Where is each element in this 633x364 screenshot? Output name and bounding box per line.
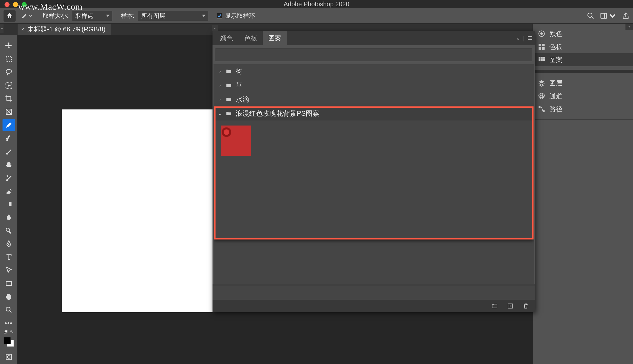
healing-brush-tool[interactable] — [3, 132, 15, 144]
svg-point-15 — [6, 307, 10, 311]
checkbox-icon — [217, 13, 222, 19]
patterns-panel-tabs: 颜色 色板 图案 » | — [213, 31, 535, 45]
history-brush-tool[interactable] — [3, 172, 15, 184]
pattern-folder-tree[interactable]: › 树 — [214, 64, 534, 78]
panel-menu-icon[interactable] — [527, 35, 533, 41]
patterns-panel-footer — [213, 300, 535, 312]
svg-rect-30 — [539, 59, 540, 61]
color-wheel-icon — [538, 30, 545, 37]
app-title: Adobe Photoshop 2020 — [284, 1, 349, 8]
svg-rect-10 — [6, 202, 9, 206]
svg-rect-25 — [539, 47, 541, 50]
tab-color[interactable]: 颜色 — [215, 31, 239, 45]
pattern-size-slider[interactable] — [213, 286, 535, 300]
workspace-switcher[interactable] — [600, 12, 616, 20]
pattern-thumbnails — [214, 120, 534, 161]
type-tool[interactable] — [3, 251, 15, 263]
minimize-window-dot[interactable] — [13, 2, 18, 7]
panel-expand-icon[interactable]: » — [517, 35, 519, 41]
patterns-panel: 颜色 色板 图案 » | › 树 › 草 › 水滴 ⌄ 浪漫红色玫瑰花背景PS图… — [213, 31, 535, 312]
home-button[interactable] — [4, 10, 16, 22]
svg-rect-2 — [6, 56, 11, 62]
clone-stamp-tool[interactable] — [3, 158, 15, 171]
pattern-folder-water[interactable]: › 水滴 — [214, 92, 534, 106]
delete-pattern-icon[interactable] — [522, 303, 529, 309]
svg-rect-31 — [541, 59, 543, 61]
rose-pattern-thumbnail[interactable] — [221, 126, 251, 156]
paths-icon — [538, 105, 545, 113]
folder-icon — [226, 68, 232, 75]
tab-patterns[interactable]: 图案 — [263, 31, 287, 45]
panel-patterns[interactable]: 图案 — [533, 53, 633, 66]
rectangle-tool[interactable] — [3, 277, 15, 290]
close-tab-icon[interactable]: × — [21, 26, 24, 33]
svg-point-3 — [6, 70, 11, 74]
folder-icon — [226, 96, 232, 103]
save-to-library-icon[interactable] — [491, 303, 498, 309]
search-icon[interactable] — [587, 12, 594, 20]
folder-icon — [226, 110, 232, 117]
swatch-mini-controls[interactable] — [3, 330, 15, 335]
document-tab[interactable]: × 未标题-1 @ 66.7%(RGB/8) — [18, 24, 111, 35]
svg-rect-26 — [542, 47, 545, 50]
svg-rect-32 — [543, 59, 545, 61]
tab-swatches[interactable]: 色板 — [239, 31, 263, 45]
patterns-icon — [538, 56, 545, 64]
brush-tool[interactable] — [3, 145, 15, 158]
path-selection-tool[interactable] — [3, 264, 15, 276]
toolbar-expand-toggle[interactable]: » — [0, 24, 4, 33]
move-tool[interactable] — [3, 40, 15, 52]
tools-panel: ••• — [0, 35, 18, 364]
share-icon[interactable] — [622, 12, 629, 20]
pen-tool[interactable] — [3, 238, 15, 250]
svg-point-11 — [6, 228, 9, 231]
gradient-tool[interactable] — [3, 198, 15, 210]
svg-rect-36 — [539, 106, 540, 108]
eyedropper-tool[interactable] — [3, 119, 15, 131]
channels-icon — [538, 92, 545, 100]
pattern-search-input[interactable] — [216, 48, 532, 61]
sample-size-select[interactable]: 取样点 — [72, 11, 112, 21]
svg-point-13 — [8, 244, 9, 245]
show-sampling-ring-checkbox[interactable]: 显示取样环 — [217, 12, 255, 20]
svg-point-8 — [6, 139, 7, 139]
pattern-panel-collapse[interactable]: « — [212, 25, 218, 31]
close-window-dot[interactable] — [5, 2, 10, 7]
eraser-tool[interactable] — [3, 185, 15, 197]
rectangular-marquee-tool[interactable] — [3, 53, 15, 65]
panel-channels[interactable]: 通道 — [533, 90, 633, 103]
document-tab-title: 未标题-1 @ 66.7%(RGB/8) — [27, 25, 106, 34]
panel-paths[interactable]: 路径 — [533, 103, 633, 116]
quick-mask-toggle[interactable] — [3, 351, 15, 363]
zoom-tool[interactable] — [3, 304, 15, 316]
swatches-icon — [538, 43, 545, 50]
panel-layers[interactable]: 图层 — [533, 77, 633, 90]
hand-tool[interactable] — [3, 290, 15, 303]
sample-size-label: 取样大小: — [43, 12, 69, 20]
dodge-tool[interactable] — [3, 224, 15, 237]
pattern-folder-grass[interactable]: › 草 — [214, 78, 534, 92]
sample-layers-select[interactable]: 所有图层 — [138, 11, 208, 21]
new-pattern-icon[interactable] — [507, 303, 513, 309]
crop-tool[interactable] — [3, 92, 15, 105]
watermark-text: www.MacW.com — [18, 2, 82, 12]
svg-rect-12 — [8, 231, 11, 233]
svg-rect-29 — [543, 57, 545, 58]
foreground-background-swatches[interactable] — [4, 337, 14, 347]
frame-tool[interactable] — [3, 106, 15, 118]
object-selection-tool[interactable] — [3, 79, 15, 92]
pattern-folder-rose[interactable]: ⌄ 浪漫红色玫瑰花背景PS图案 — [214, 106, 534, 120]
lasso-tool[interactable] — [3, 66, 15, 78]
layers-icon — [538, 79, 545, 87]
blur-tool[interactable] — [3, 211, 15, 224]
panel-swatches[interactable]: 色板 — [533, 40, 633, 53]
panel-color[interactable]: 颜色 — [533, 27, 633, 40]
svg-rect-27 — [539, 57, 540, 58]
svg-rect-1 — [601, 13, 607, 18]
options-bar: 取样大小: 取样点 样本: 所有图层 显示取样环 — [0, 8, 633, 24]
chevron-right-icon: › — [218, 69, 222, 74]
svg-rect-24 — [542, 44, 545, 46]
right-panels-collapse[interactable]: « — [625, 24, 633, 30]
edit-toolbar[interactable]: ••• — [3, 317, 15, 329]
foreground-color-swatch[interactable] — [4, 337, 11, 344]
